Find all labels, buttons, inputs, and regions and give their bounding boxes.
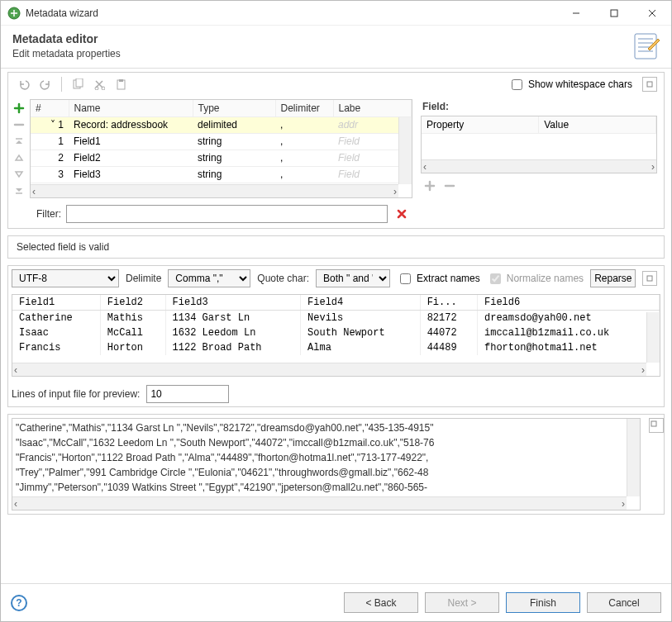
page-header: Metadata editor Edit metadata properties [1,26,671,69]
raw-menu-button[interactable] [649,418,664,433]
redo-button[interactable] [36,76,55,93]
preview-col[interactable]: Fi... [420,295,477,311]
svg-point-0 [8,7,20,19]
cut-button[interactable] [90,76,108,93]
move-down-button[interactable] [12,167,26,182]
col-value[interactable]: Value [539,116,656,133]
preview-section: UTF-8 Delimite Comma "," Quote char: Bot… [7,265,665,407]
back-button[interactable]: < Back [344,592,418,613]
delimiter-select[interactable]: Comma "," [168,269,250,287]
preview-menu-button[interactable] [642,271,657,286]
preview-row[interactable]: IsaacMcCall1632 Leedom LnSouth Newport44… [12,325,660,340]
wizard-button-bar: ? < Back Next > Finish Cancel [1,583,671,621]
paste-button[interactable] [112,76,130,93]
copy-button[interactable] [69,76,87,93]
window-title: Metadata wizard [26,7,557,19]
table-row[interactable]: ˅ 1 Record: addressbook delimited , addr [31,116,412,133]
col-property[interactable]: Property [422,116,539,133]
field-detail-panel: Field: Property Value ‹› [416,96,664,228]
filter-input[interactable] [66,205,388,223]
separator-icon [61,77,62,92]
svg-line-3 [649,10,655,17]
svg-rect-16 [647,82,652,87]
lines-input[interactable] [146,385,229,403]
col-name[interactable]: Name [69,100,193,116]
col-num[interactable]: # [31,100,69,116]
svg-rect-2 [611,10,617,17]
filter-label: Filter: [36,208,61,220]
preview-scrollbar-h[interactable]: ‹› [12,363,646,376]
col-label[interactable]: Labe [333,100,412,116]
table-row[interactable]: 2 Field2 string , Field [31,150,412,166]
svg-rect-11 [76,78,83,87]
move-up-button[interactable] [12,150,26,165]
show-whitespace-input[interactable] [512,79,522,90]
finish-button[interactable]: Finish [506,592,580,613]
move-bottom-button[interactable] [12,183,26,198]
metadata-toolbar: Show whitespace chars [8,73,664,96]
clear-filter-button[interactable] [393,205,411,223]
add-field-button[interactable] [12,101,26,116]
menu-toggle-button[interactable] [642,77,657,92]
add-property-button[interactable] [422,178,437,193]
raw-scrollbar-v[interactable] [627,419,640,496]
delimiter-label: Delimite [126,273,161,284]
quote-select[interactable]: Both " and ' [316,269,390,287]
cancel-button[interactable]: Cancel [587,592,661,613]
fields-scrollbar-v[interactable] [398,117,412,184]
svg-line-4 [649,10,655,17]
quote-label: Quote char: [257,273,309,284]
close-button[interactable] [633,1,671,26]
reparse-button[interactable]: Reparse [590,269,636,287]
fields-panel: # Name Type Delimiter Labe ˅ 1 Record: a… [8,96,416,228]
metadata-section: Show whitespace chars [7,72,665,229]
fields-grid[interactable]: # Name Type Delimiter Labe ˅ 1 Record: a… [30,99,412,198]
preview-row[interactable]: FrancisHorton1122 Broad PathAlma44489fho… [12,340,660,355]
move-top-button[interactable] [12,134,26,149]
svg-rect-14 [117,80,125,89]
preview-grid[interactable]: Field1 Field2 Field3 Field4 Fi... Field6… [12,294,660,377]
preview-col[interactable]: Field2 [100,295,165,311]
table-row[interactable]: 1 Field1 string , Field [31,133,412,150]
show-whitespace-checkbox[interactable]: Show whitespace chars [508,77,632,93]
dialog-window: Metadata wizard Metadata editor Edit met… [0,0,672,622]
page-subtitle: Edit metadata properties [12,48,625,59]
raw-content: "Catherine","Mathis","1134 Garst Ln ","N… [12,419,627,496]
preview-row[interactable]: CatherineMathis1134 Garst LnNevils82172d… [12,311,660,326]
table-row[interactable]: 3 Field3 string , Field [31,166,412,183]
next-button: Next > [425,592,499,613]
extract-names-checkbox[interactable]: Extract names [397,271,480,287]
help-button[interactable]: ? [11,595,27,611]
show-whitespace-label: Show whitespace chars [528,78,632,90]
status-message: Selected field is valid [7,235,665,259]
maximize-button[interactable] [595,1,633,26]
fields-scrollbar-h[interactable]: ‹› [31,184,398,197]
svg-rect-15 [119,79,123,82]
undo-button[interactable] [15,76,33,93]
svg-rect-21 [647,276,652,281]
col-delimiter[interactable]: Delimiter [275,100,333,116]
preview-col[interactable]: Field1 [12,295,100,311]
app-icon [7,7,21,20]
preview-col[interactable]: Field4 [301,295,421,311]
raw-section: "Catherine","Mathis","1134 Garst Ln ","N… [7,414,665,515]
fields-side-toolbar [12,99,26,198]
lines-label: Lines of input file for preview: [12,388,140,400]
preview-col[interactable]: Field3 [165,295,300,311]
raw-scrollbar-h[interactable]: ‹› [12,496,627,510]
encoding-select[interactable]: UTF-8 [12,269,119,287]
remove-field-button[interactable] [12,117,26,132]
svg-point-12 [95,87,98,90]
property-scrollbar-h[interactable]: ‹› [422,159,656,173]
editor-icon [633,32,660,59]
raw-text-view[interactable]: "Catherine","Mathis","1134 Garst Ln ","N… [12,418,641,510]
property-grid[interactable]: Property Value ‹› [421,116,657,173]
preview-col[interactable]: Field6 [477,295,659,311]
col-type[interactable]: Type [193,100,275,116]
remove-property-button[interactable] [442,178,457,193]
minimize-button[interactable] [557,1,595,26]
normalize-names-checkbox: Normalize names [487,271,584,287]
page-title: Metadata editor [12,32,625,45]
preview-scrollbar-v[interactable] [646,312,660,363]
svg-rect-10 [74,80,80,88]
